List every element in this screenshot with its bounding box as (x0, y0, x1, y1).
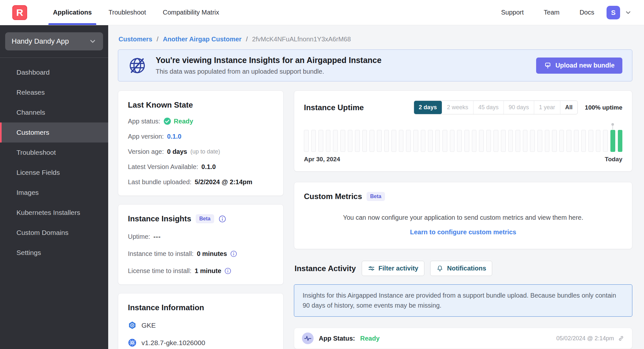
uptime-bar[interactable] (559, 130, 564, 152)
info-icon[interactable] (224, 268, 231, 274)
chevron-down-icon[interactable] (625, 9, 632, 16)
uptime-bar[interactable] (413, 130, 418, 152)
uptime-bar[interactable] (326, 130, 331, 152)
user-avatar[interactable]: S (607, 6, 620, 19)
sidebar-item-custom-domains[interactable]: Custom Domains (0, 223, 108, 243)
uptime-bar[interactable] (391, 130, 396, 152)
range-2-weeks[interactable]: 2 weeks (442, 101, 473, 114)
uptime-bar[interactable] (406, 130, 411, 152)
uptime-bar[interactable] (384, 130, 389, 152)
uptime-bar[interactable] (493, 130, 498, 152)
k8s-version-value: v1.28.7-gke.1026000 (141, 339, 205, 347)
uptime-bar[interactable] (515, 130, 520, 152)
app-status-text: Ready (174, 118, 193, 125)
sidebar-item-dashboard[interactable]: Dashboard (0, 62, 108, 82)
nav-support[interactable]: Support (493, 9, 531, 16)
uptime-bar[interactable] (581, 130, 586, 152)
uptime-bar[interactable] (318, 130, 323, 152)
uptime-bar[interactable] (428, 130, 433, 152)
uptime-bar[interactable] (421, 130, 426, 152)
sidebar-item-kubernetes-installers[interactable]: Kubernetes Installers (0, 203, 108, 223)
range-90-days[interactable]: 90 days (504, 101, 534, 114)
version-age-note: (up to date) (190, 148, 220, 155)
info-icon[interactable] (230, 250, 237, 257)
sidebar-item-images[interactable]: Images (0, 183, 108, 203)
uptime-bar[interactable] (355, 130, 360, 152)
range-all[interactable]: All (560, 101, 577, 114)
uptime-bar[interactable] (450, 130, 455, 152)
uptime-value: --- (153, 233, 161, 240)
custom-metrics-body: You can now configure your application t… (304, 214, 622, 221)
banner-subtitle: This data was populated from an uploaded… (156, 68, 381, 75)
upload-new-bundle-button[interactable]: Upload new bundle (536, 58, 622, 74)
app-version-link[interactable]: 0.1.0 (167, 133, 181, 140)
info-icon[interactable] (219, 215, 226, 223)
custom-metrics-title: Custom Metrics (304, 192, 362, 201)
secondary-nav: Support Team Docs S (493, 0, 632, 25)
range-2-days[interactable]: 2 days (414, 101, 442, 114)
app-selector-label: Handy Dandy App (12, 37, 69, 46)
breadcrumb-separator: / (246, 36, 248, 43)
filter-activity-button[interactable]: Filter activity (362, 261, 424, 276)
replicated-logo[interactable]: R (12, 5, 27, 20)
airgap-history-notice: Insights for this Airgapped Instance are… (294, 284, 632, 317)
uptime-bar[interactable] (566, 130, 571, 152)
breadcrumb-customer-name[interactable]: Another Airgap Customer (163, 36, 242, 43)
sidebar-item-license-fields[interactable]: License Fields (0, 163, 108, 183)
uptime-bar[interactable] (472, 130, 477, 152)
uptime-bar[interactable] (618, 130, 623, 152)
beta-badge: Beta (196, 214, 214, 223)
main-content: Customers / Another Airgap Customer / 2f… (108, 25, 644, 349)
nav-troubleshoot[interactable]: Troubleshoot (101, 0, 153, 25)
uptime-bar[interactable] (340, 130, 345, 152)
instance-uptime-title: Instance Uptime (304, 103, 364, 112)
uptime-bar[interactable] (523, 130, 528, 152)
sidebar-item-customers[interactable]: Customers (0, 122, 108, 143)
uptime-bar[interactable] (362, 130, 367, 152)
uptime-bar[interactable] (311, 130, 316, 152)
uptime-bar[interactable] (603, 130, 608, 152)
uptime-bar[interactable] (457, 130, 462, 152)
bell-icon (436, 265, 443, 272)
uptime-bar[interactable] (486, 130, 491, 152)
range-45-days[interactable]: 45 days (473, 101, 504, 114)
uptime-bar[interactable] (530, 130, 535, 152)
activity-row[interactable]: App Status: Ready 05/02/2024 @ 2:14pm (294, 328, 632, 349)
nav-compatibility-matrix[interactable]: Compatibility Matrix (156, 0, 226, 25)
uptime-bar[interactable] (574, 130, 579, 152)
uptime-bar[interactable] (596, 130, 601, 152)
last-bundle-value: 5/2/2024 @ 2:14pm (195, 178, 253, 186)
link-icon[interactable] (618, 335, 624, 342)
sidebar-item-settings[interactable]: Settings (0, 243, 108, 263)
app-version-label: App version: (128, 133, 164, 140)
uptime-bar[interactable] (610, 130, 615, 152)
uptime-bar[interactable] (369, 130, 374, 152)
range-1-year[interactable]: 1 year (534, 101, 560, 114)
uptime-bar[interactable] (479, 130, 484, 152)
uptime-bar[interactable] (377, 130, 382, 152)
uptime-bar[interactable] (435, 130, 440, 152)
uptime-bar[interactable] (545, 130, 550, 152)
uptime-bar[interactable] (333, 130, 338, 152)
sidebar-item-channels[interactable]: Channels (0, 102, 108, 122)
uptime-bar[interactable] (508, 130, 513, 152)
uptime-bar[interactable] (442, 130, 447, 152)
uptime-bar[interactable] (304, 130, 309, 152)
sidebar-item-releases[interactable]: Releases (0, 82, 108, 102)
uptime-bar[interactable] (464, 130, 469, 152)
uptime-bar[interactable] (399, 130, 404, 152)
sidebar-item-troubleshoot[interactable]: Troubleshoot (0, 143, 108, 163)
app-window: R Applications Troubleshoot Compatibilit… (0, 0, 644, 349)
notifications-button[interactable]: Notifications (430, 261, 492, 276)
nav-applications[interactable]: Applications (46, 0, 99, 25)
uptime-bar[interactable] (552, 130, 557, 152)
app-selector-dropdown[interactable]: Handy Dandy App (5, 32, 103, 50)
breadcrumb-customers[interactable]: Customers (119, 36, 152, 43)
nav-docs[interactable]: Docs (572, 9, 602, 16)
configure-custom-metrics-link[interactable]: Learn to configure custom metrics (304, 228, 622, 236)
uptime-bar[interactable] (501, 130, 506, 152)
uptime-bar[interactable] (537, 130, 542, 152)
nav-team[interactable]: Team (536, 9, 567, 16)
uptime-bar[interactable] (588, 130, 593, 152)
uptime-bar[interactable] (348, 130, 353, 152)
